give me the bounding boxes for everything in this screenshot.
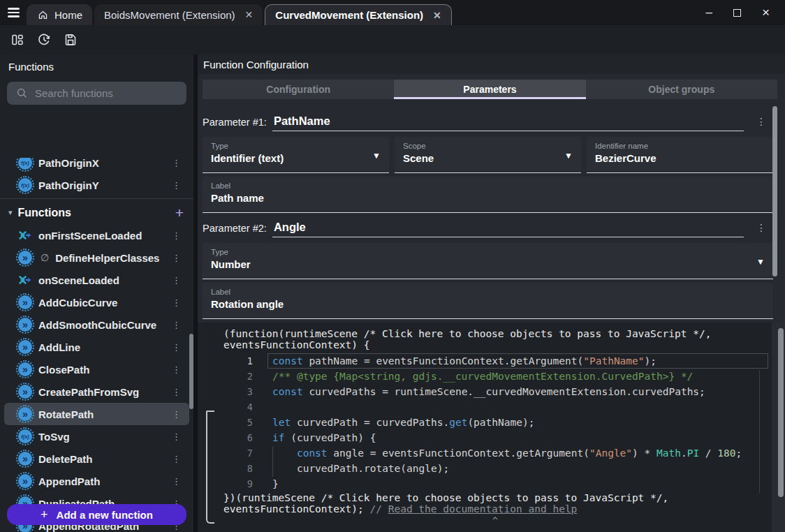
- item-menu-icon[interactable]: ⋮: [172, 230, 181, 241]
- tab-curvedmovement[interactable]: CurvedMovement (Extension) ✕: [265, 4, 451, 25]
- code-wrapper-header[interactable]: (function(runtimeScene /* Click here to …: [223, 328, 711, 350]
- code-line-4[interactable]: 4: [218, 399, 773, 415]
- item-menu-icon[interactable]: ⋮: [172, 342, 181, 353]
- documentation-link[interactable]: Read the documentation and help: [388, 503, 578, 515]
- parameter-2-type-select[interactable]: Type Number ▼: [203, 243, 773, 279]
- item-menu-icon[interactable]: ⋮: [172, 387, 181, 397]
- sidebar-item-label: ClosePath: [38, 364, 89, 376]
- sidebar-item-AddSmoothCubicCurve[interactable]: »AddSmoothCubicCurve⋮: [4, 313, 189, 336]
- sidebar-item-label: DeletePath: [38, 453, 93, 465]
- configuration-tabs: Configuration Parameters Object groups: [203, 80, 777, 99]
- project-manager-icon[interactable]: [8, 31, 27, 49]
- tab-parameters[interactable]: Parameters: [394, 80, 585, 99]
- sidebar-item-label: PathOriginX: [38, 158, 99, 169]
- tab-home[interactable]: Home: [27, 4, 92, 25]
- parameter-1-label-input[interactable]: Label Path name: [203, 177, 773, 213]
- close-button[interactable]: ×: [762, 0, 770, 25]
- item-menu-icon[interactable]: ⋮: [172, 297, 181, 308]
- parameter-2-menu-icon[interactable]: ⋮: [756, 222, 766, 237]
- functions-group-header[interactable]: ▾ Functions +: [0, 201, 193, 224]
- code-lines[interactable]: 1const pathName = eventsFunctionContext.…: [218, 353, 773, 492]
- item-menu-icon[interactable]: ⋮: [172, 158, 181, 168]
- sidebar-item-onFirstSceneLoaded[interactable]: onFirstSceneLoaded⋮: [4, 224, 189, 246]
- sidebar-item-PathOriginY[interactable]: f(x)PathOriginY⋮: [4, 174, 189, 196]
- dropdown-arrow-icon: ▼: [756, 257, 765, 267]
- maximize-button[interactable]: [733, 9, 741, 17]
- parameters-scrollbar[interactable]: [772, 106, 777, 276]
- dropdown-arrow-icon: ▼: [564, 151, 573, 161]
- sidebar-item-DefineHelperClasses[interactable]: »∅DefineHelperClasses⋮: [4, 246, 189, 269]
- code-scrollbar-track[interactable]: [772, 323, 785, 532]
- parameter-1-scope-select[interactable]: Scope Scene ▼: [395, 137, 581, 173]
- add-new-function-button[interactable]: + Add a new function: [7, 504, 186, 525]
- sidebar-item-CreatePathFromSvg[interactable]: »CreatePathFromSvg⋮: [4, 380, 189, 403]
- item-menu-icon[interactable]: ⋮: [172, 431, 181, 442]
- item-menu-icon[interactable]: ⋮: [172, 275, 181, 286]
- sidebar-item-AddLine[interactable]: »AddLine⋮: [4, 336, 189, 358]
- tab-boidsmovement[interactable]: BoidsMovement (Extension) ✕: [94, 4, 263, 25]
- tab-close-icon[interactable]: ✕: [245, 9, 254, 20]
- parameter-1-name-input[interactable]: PathName: [272, 114, 744, 131]
- item-menu-icon[interactable]: ⋮: [172, 253, 181, 263]
- action-function-icon: »: [18, 295, 32, 309]
- item-menu-icon[interactable]: ⋮: [172, 476, 181, 487]
- collapse-triangle-icon[interactable]: ▾: [8, 208, 13, 217]
- line-number: 7: [218, 448, 253, 459]
- sidebar-item-ClosePath[interactable]: »ClosePath⋮: [4, 358, 189, 380]
- code-text: /** @type {Map<string, gdjs.__curvedMove…: [272, 371, 693, 382]
- sidebar-item-onSceneLoaded[interactable]: onSceneLoaded⋮: [4, 269, 189, 291]
- code-scrollbar-thumb[interactable]: [778, 328, 784, 497]
- tab-configuration[interactable]: Configuration: [203, 80, 394, 99]
- search-functions-input[interactable]: Search functions: [7, 82, 186, 105]
- item-menu-icon[interactable]: ⋮: [172, 180, 181, 191]
- tab-object-groups[interactable]: Object groups: [586, 80, 777, 99]
- parameter-1-identifier-input[interactable]: Identifier name BezierCurve: [587, 137, 773, 173]
- javascript-code-editor[interactable]: (function(runtimeScene /* Click here to …: [198, 323, 785, 532]
- line-number: 4: [218, 401, 253, 413]
- parameter-1-type-select[interactable]: Type Identifier (text) ▼: [203, 137, 389, 173]
- list-divider: [0, 198, 193, 199]
- function-list: f(x)PathOriginX⋮f(x)PathOriginY⋮ ▾ Funct…: [0, 158, 193, 532]
- parameter-1-menu-icon[interactable]: ⋮: [756, 116, 766, 131]
- code-text: if (curvedPath) {: [272, 432, 376, 443]
- code-line-5[interactable]: 5let curvedPath = curvedPaths.get(pathNa…: [218, 415, 773, 430]
- search-icon: [15, 87, 28, 100]
- sidebar-item-DeletePath[interactable]: »DeletePath⋮: [4, 448, 189, 470]
- save-icon[interactable]: [61, 31, 80, 49]
- sidebar-item-label: DefineHelperClasses: [55, 252, 159, 264]
- main-menu-button[interactable]: [0, 0, 27, 25]
- minimize-button[interactable]: –: [705, 0, 712, 25]
- code-text: let curvedPath = curvedPaths.get(pathNam…: [272, 417, 534, 428]
- code-line-3[interactable]: 3const curvedPaths = runtimeScene.__curv…: [218, 384, 773, 399]
- code-line-6[interactable]: 6if (curvedPath) {: [218, 430, 773, 445]
- tab-home-label: Home: [54, 9, 82, 21]
- expression-function-icon: f(x): [18, 158, 32, 170]
- parameter-2-label-input[interactable]: Label Rotation angle: [203, 283, 773, 319]
- action-function-icon: »: [18, 251, 32, 265]
- home-icon: [36, 8, 49, 21]
- code-line-7[interactable]: 7 const angle = eventsFunctionContext.ge…: [218, 445, 773, 461]
- code-line-1[interactable]: 1const pathName = eventsFunctionContext.…: [218, 353, 773, 369]
- sidebar-item-PathOriginX[interactable]: f(x)PathOriginX⋮: [4, 158, 189, 174]
- parameter-2-name-input[interactable]: Angle: [272, 221, 744, 237]
- collapse-caret-icon[interactable]: ^: [492, 515, 498, 526]
- tab-close-icon[interactable]: ✕: [433, 10, 441, 21]
- sidebar-item-ToSvg[interactable]: f(x)ToSvg⋮: [4, 425, 189, 448]
- code-line-2[interactable]: 2/** @type {Map<string, gdjs.__curvedMov…: [218, 369, 773, 384]
- add-function-plus-icon[interactable]: +: [175, 205, 184, 221]
- sidebar-item-RotatePath[interactable]: »RotatePath⋮: [4, 403, 189, 425]
- code-line-8[interactable]: 8 curvedPath.rotate(angle);: [218, 461, 773, 476]
- item-menu-icon[interactable]: ⋮: [172, 409, 181, 420]
- code-wrapper-footer: })(runtimeScene /* Click here to choose …: [223, 492, 668, 515]
- history-icon[interactable]: [35, 31, 53, 49]
- sidebar-item-AppendPath[interactable]: »AppendPath⋮: [4, 470, 189, 492]
- item-menu-icon[interactable]: ⋮: [172, 320, 181, 330]
- line-number: 2: [218, 371, 253, 382]
- code-line-9[interactable]: 9}: [218, 476, 773, 492]
- item-menu-icon[interactable]: ⋮: [172, 364, 181, 375]
- code-text: const pathName = eventsFunctionContext.g…: [272, 355, 656, 367]
- sidebar-item-AddCubicCurve[interactable]: »AddCubicCurve⋮: [4, 291, 189, 313]
- sidebar-item-label: onFirstSceneLoaded: [38, 230, 142, 242]
- parameter-2-index: Parameter #2:: [203, 223, 267, 237]
- item-menu-icon[interactable]: ⋮: [172, 454, 181, 464]
